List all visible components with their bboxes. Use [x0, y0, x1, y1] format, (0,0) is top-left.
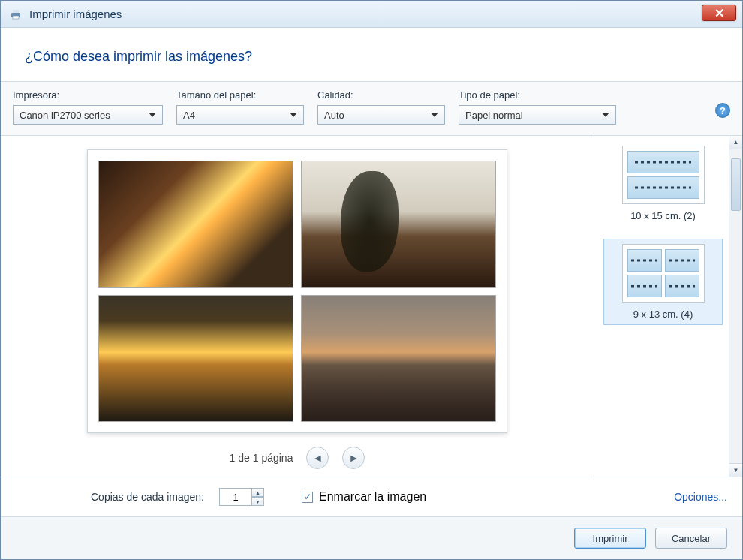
preview-photo-2: [301, 161, 496, 288]
mini-photo-icon: [627, 176, 699, 199]
preview-photo-4: [301, 295, 496, 422]
paper-type-value: Papel normal: [465, 110, 523, 121]
prev-page-button[interactable]: ◄: [306, 447, 329, 469]
layout-item-9x13[interactable]: 9 x 13 cm. (4): [603, 239, 723, 325]
chevron-down-icon: ▼: [733, 467, 739, 474]
printer-select[interactable]: Canon iP2700 series: [13, 105, 163, 125]
footer-options: Copias de cada imagen: ▲ ▼ ✓ Enmarcar la…: [1, 477, 742, 517]
question-text: ¿Cómo desea imprimir las imágenes?: [25, 49, 718, 65]
copies-down-button[interactable]: ▼: [252, 497, 264, 506]
paper-size-value: A4: [183, 110, 195, 121]
check-icon: ✓: [304, 492, 311, 502]
help-button[interactable]: ?: [715, 103, 730, 118]
mini-photo-icon: [665, 275, 699, 297]
print-button-label: Imprimir: [593, 533, 628, 544]
print-options-bar: Impresora: Canon iP2700 series Tamaño de…: [1, 81, 742, 136]
chevron-right-icon: ►: [348, 452, 359, 464]
question-area: ¿Cómo desea imprimir las imágenes?: [1, 28, 742, 81]
quality-select[interactable]: Auto: [317, 105, 445, 125]
copies-up-button[interactable]: ▲: [252, 488, 264, 497]
paper-type-select[interactable]: Papel normal: [459, 105, 616, 125]
scroll-thumb[interactable]: [731, 158, 741, 211]
layout-label: 9 x 13 cm. (4): [633, 309, 693, 320]
options-link[interactable]: Opciones...: [674, 491, 727, 503]
close-button[interactable]: ✕: [702, 5, 736, 21]
preview-photo-1: [98, 161, 293, 288]
scroll-down-button[interactable]: ▼: [729, 463, 742, 477]
spinner-buttons: ▲ ▼: [252, 488, 264, 506]
chevron-down-icon: ▼: [255, 499, 260, 504]
quality-label: Calidad:: [317, 89, 445, 101]
quality-value: Auto: [324, 110, 344, 121]
cancel-button-label: Cancelar: [672, 533, 711, 544]
fit-checkbox-group: ✓ Enmarcar la imagen: [302, 490, 426, 504]
mini-photo-icon: [627, 151, 699, 173]
dialog-buttons: Imprimir Cancelar: [1, 517, 742, 559]
mini-photo-icon: [627, 275, 662, 297]
layout-thumb-icon: [622, 244, 705, 303]
layout-thumb-icon: [622, 146, 705, 204]
printer-icon: [10, 8, 22, 20]
window-title: Imprimir imágenes: [29, 8, 122, 20]
paper-size-label: Tamaño del papel:: [176, 89, 304, 101]
layouts-pane: 10 x 15 cm. (2) 9 x 13 cm. (4) ▲: [594, 136, 742, 477]
paper-type-group: Tipo de papel: Papel normal: [459, 89, 616, 125]
fit-checkbox-label: Enmarcar la imagen: [319, 490, 426, 504]
pager: 1 de 1 página ◄ ►: [230, 447, 365, 469]
printer-group: Impresora: Canon iP2700 series: [13, 89, 163, 125]
layout-label: 10 x 15 cm. (2): [630, 210, 696, 221]
layout-item-10x15[interactable]: 10 x 15 cm. (2): [603, 140, 723, 227]
mini-photo-icon: [627, 249, 662, 272]
copies-label: Copias de cada imagen:: [91, 491, 204, 503]
copies-input[interactable]: [219, 488, 252, 506]
pager-text: 1 de 1 página: [230, 452, 293, 464]
svg-rect-1: [13, 10, 19, 13]
page-preview: [87, 149, 507, 433]
fit-checkbox[interactable]: ✓: [302, 492, 313, 503]
quality-group: Calidad: Auto: [317, 89, 445, 125]
preview-area: 1 de 1 página ◄ ►: [1, 136, 594, 477]
copies-spinner: ▲ ▼: [219, 488, 264, 506]
scroll-up-button[interactable]: ▲: [729, 136, 742, 149]
paper-size-group: Tamaño del papel: A4: [176, 89, 304, 125]
cancel-button[interactable]: Cancelar: [655, 528, 727, 549]
svg-rect-2: [13, 16, 19, 19]
layout-list: 10 x 15 cm. (2) 9 x 13 cm. (4): [594, 136, 729, 330]
paper-size-select[interactable]: A4: [176, 105, 304, 125]
print-button[interactable]: Imprimir: [574, 528, 646, 549]
title-bar: Imprimir imágenes ✕: [1, 1, 742, 28]
close-icon: ✕: [714, 6, 724, 20]
preview-photo-3: [98, 295, 293, 422]
scrollbar[interactable]: ▲ ▼: [729, 136, 742, 477]
printer-label: Impresora:: [13, 89, 163, 101]
help-icon: ?: [720, 105, 726, 116]
chevron-up-icon: ▲: [733, 139, 739, 146]
print-pictures-dialog: Imprimir imágenes ✕ ¿Cómo desea imprimir…: [0, 0, 743, 560]
mini-photo-icon: [665, 249, 699, 272]
chevron-up-icon: ▲: [255, 490, 260, 495]
main-content: 1 de 1 página ◄ ► 10 x 15 cm. (2): [1, 136, 742, 477]
next-page-button[interactable]: ►: [342, 447, 365, 469]
chevron-left-icon: ◄: [312, 452, 323, 464]
printer-value: Canon iP2700 series: [20, 110, 110, 121]
paper-type-label: Tipo de papel:: [459, 89, 616, 101]
